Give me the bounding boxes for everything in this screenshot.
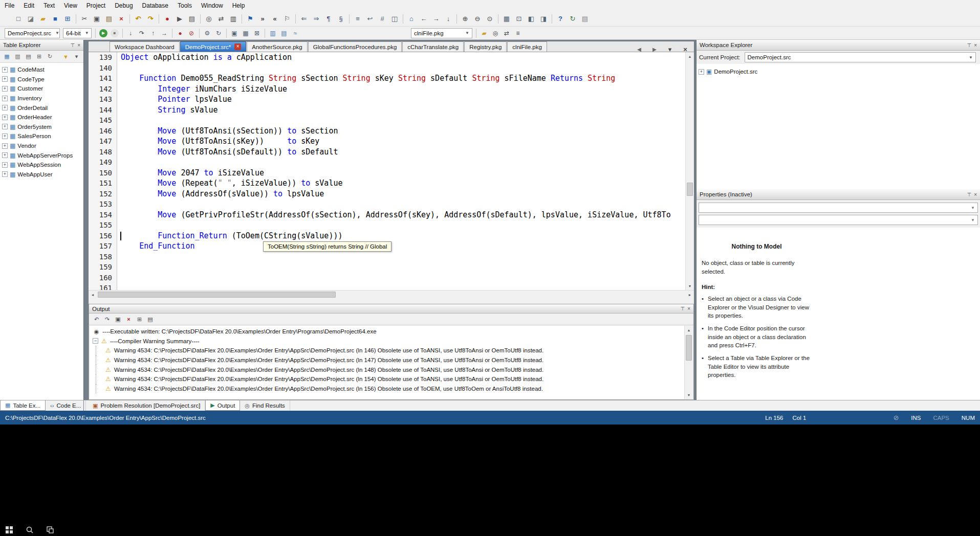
code-line-150[interactable]: 150 Move 2047 to iSizeValue bbox=[89, 168, 685, 178]
toolbox-icon[interactable]: ⊡ bbox=[513, 13, 525, 25]
locate-in-files-icon[interactable]: ◎ bbox=[490, 28, 500, 38]
tab-table-explorer[interactable]: ▦Table Ex... bbox=[0, 400, 46, 411]
pin-icon[interactable]: ⊤ bbox=[70, 42, 75, 48]
tab-demoproject-src[interactable]: DemoProject.src*× bbox=[180, 41, 246, 52]
tile-windows-icon[interactable]: ▦ bbox=[241, 28, 251, 38]
code-line-153[interactable]: 153 bbox=[89, 199, 685, 210]
next-bookmark-icon[interactable]: » bbox=[257, 13, 268, 25]
new-table-icon[interactable]: ▦ bbox=[2, 52, 12, 61]
menu-debug[interactable]: Debug bbox=[110, 1, 137, 11]
uncomment-icon[interactable]: § bbox=[335, 13, 346, 25]
editor-horizontal-scrollbar[interactable]: ◄ ► bbox=[89, 290, 694, 299]
code-line-141[interactable]: 141 Function Demo055_ReadString String s… bbox=[89, 73, 685, 84]
relates-icon[interactable]: ⊞ bbox=[34, 52, 44, 61]
previous-bookmark-icon[interactable]: « bbox=[269, 13, 280, 25]
code-line-143[interactable]: 143 Pointer lpsValue bbox=[89, 94, 685, 105]
code-line-142[interactable]: 142 Integer iNumChars iSizeValue bbox=[89, 84, 685, 95]
output-row[interactable]: ⚠Warning 4534: C:\ProjectsDF\DataFlex 20… bbox=[93, 346, 684, 355]
menu-edit[interactable]: Edit bbox=[19, 1, 39, 11]
tree-item-demoproject[interactable]: + ▣ DemoProject.src bbox=[696, 67, 980, 77]
goto-line-icon[interactable]: ↓ bbox=[443, 13, 454, 25]
undo-icon[interactable]: ↶ bbox=[133, 13, 144, 25]
copy-icon[interactable]: ▣ bbox=[91, 13, 102, 25]
indent-icon[interactable]: ⇒ bbox=[311, 13, 322, 25]
project-combo[interactable]: DemoProject.src ▼ bbox=[5, 28, 60, 38]
architecture-combo[interactable]: 64-bit ▼ bbox=[63, 28, 92, 38]
open-table-icon[interactable]: ▥ bbox=[13, 52, 23, 61]
package-list-icon[interactable]: ≡ bbox=[513, 28, 523, 38]
copy-output-icon[interactable]: ▣ bbox=[113, 315, 123, 324]
cascade-windows-icon[interactable]: ▣ bbox=[229, 28, 239, 38]
scrollbar-thumb[interactable] bbox=[687, 183, 693, 196]
code-line-154[interactable]: 154 Move (GetPrivProfileStr(AddressOf(sS… bbox=[89, 210, 685, 220]
clear-output-icon[interactable]: × bbox=[124, 315, 134, 324]
code-line-139[interactable]: 139Object oApplication is a cApplication bbox=[89, 52, 685, 63]
open-package-icon[interactable]: ▰ bbox=[479, 28, 489, 38]
table-item-orderdetail[interactable]: +▦OrderDetail bbox=[0, 103, 83, 113]
step-out-icon[interactable]: ↑ bbox=[148, 28, 158, 38]
open-file-icon[interactable]: ▰ bbox=[37, 13, 49, 25]
tab-clnifile-pkg[interactable]: clniFile.pkg bbox=[507, 41, 547, 52]
close-icon[interactable]: × bbox=[974, 42, 977, 48]
code-line-144[interactable]: 144 String sValue bbox=[89, 105, 685, 116]
table-properties-icon[interactable]: ▤ bbox=[24, 52, 33, 61]
tab-anothersource-pkg[interactable]: AnotherSource.pkg bbox=[247, 41, 307, 52]
table-item-customer[interactable]: +▦Customer bbox=[0, 84, 83, 94]
pin-icon[interactable]: ⊤ bbox=[967, 192, 971, 197]
sql-tool-icon[interactable]: ≈ bbox=[290, 28, 300, 38]
expand-icon[interactable]: + bbox=[2, 162, 8, 168]
code-line-145[interactable]: 145 bbox=[89, 115, 685, 126]
output-row[interactable]: ◉----Executable written: C:\ProjectsDF\D… bbox=[93, 327, 684, 337]
code-line-149[interactable]: 149 bbox=[89, 157, 685, 168]
expand-icon[interactable]: + bbox=[2, 76, 8, 82]
code-line-151[interactable]: 151 Move (Repeat(" ", iSizeValue)) to sV… bbox=[89, 178, 685, 189]
table-item-webappuser[interactable]: +▦WebAppUser bbox=[0, 170, 83, 180]
scroll-up-icon[interactable]: ▲ bbox=[686, 52, 694, 60]
table-item-order5ystem[interactable]: +▦Order5ystem bbox=[0, 122, 83, 132]
expand-icon[interactable]: + bbox=[2, 143, 8, 149]
split-view-icon[interactable]: ◫ bbox=[389, 13, 400, 25]
table-item-webappserverprops[interactable]: +▦WebAppServerProps bbox=[0, 150, 83, 160]
close-icon[interactable]: × bbox=[687, 306, 690, 311]
task-view-icon[interactable] bbox=[46, 526, 54, 536]
start-button-icon[interactable] bbox=[5, 526, 13, 536]
output-row[interactable]: ⚠Warning 4534: C:\ProjectsDF\DataFlex 20… bbox=[93, 355, 684, 365]
whitespace-icon[interactable]: ≡ bbox=[352, 13, 363, 25]
table-item-webappsession[interactable]: +▦WebAppSession bbox=[0, 160, 83, 170]
output-row[interactable]: ⚠Warning 4534: C:\ProjectsDF\DataFlex 20… bbox=[93, 384, 684, 394]
view-menu-icon[interactable]: ▤ bbox=[579, 13, 591, 25]
filter-icon[interactable]: ▼ bbox=[61, 52, 71, 61]
code-line-158[interactable]: 158 bbox=[89, 252, 685, 262]
expand-icon[interactable]: + bbox=[699, 69, 704, 75]
menu-file[interactable]: File bbox=[0, 1, 19, 11]
search-symbol-icon[interactable]: ⊙ bbox=[484, 13, 495, 25]
cut-icon[interactable]: ✂ bbox=[79, 13, 90, 25]
run-to-cursor-icon[interactable]: → bbox=[159, 28, 169, 38]
menu-help[interactable]: Help bbox=[228, 1, 250, 11]
expand-icon[interactable]: + bbox=[2, 152, 8, 158]
editor-vertical-scrollbar[interactable]: ▲ ▼ bbox=[685, 52, 694, 290]
next-message-icon[interactable]: ↷ bbox=[102, 315, 112, 324]
play-macro-icon[interactable]: ▶ bbox=[174, 13, 185, 25]
line-numbers-icon[interactable]: # bbox=[377, 13, 388, 25]
tab-cchartranslate-pkg[interactable]: cCharTranslate.pkg bbox=[402, 41, 464, 52]
close-icon[interactable]: × bbox=[974, 192, 977, 197]
scrollbar-thumb[interactable] bbox=[98, 292, 336, 298]
find-in-files-icon[interactable]: ▥ bbox=[228, 13, 239, 25]
help-icon[interactable]: ? bbox=[555, 13, 566, 25]
step-over-icon[interactable]: ↷ bbox=[137, 28, 147, 38]
refresh-tables-icon[interactable]: ↻ bbox=[45, 52, 55, 61]
scroll-up-icon[interactable]: ▲ bbox=[685, 326, 693, 334]
new-file-icon[interactable]: □ bbox=[13, 13, 24, 25]
menu-window[interactable]: Window bbox=[197, 1, 228, 11]
wrap-output-icon[interactable]: ▤ bbox=[145, 315, 155, 324]
data-dictionary-icon[interactable]: ▤ bbox=[279, 28, 289, 38]
code-explorer-icon[interactable]: ⌂ bbox=[406, 13, 417, 25]
code-line-140[interactable]: 140 bbox=[89, 63, 685, 74]
code-line-147[interactable]: 147 Move (Utf8ToAnsi(sKey)) to sKey bbox=[89, 136, 685, 147]
zoom-in-icon[interactable]: ⊕ bbox=[460, 13, 471, 25]
rebuild-icon[interactable]: ↻ bbox=[213, 28, 224, 38]
object-selector-combo[interactable]: ▼ bbox=[699, 203, 978, 213]
collapse-icon[interactable]: − bbox=[93, 338, 98, 344]
table-item-inventory[interactable]: +▦Inventory bbox=[0, 94, 83, 103]
